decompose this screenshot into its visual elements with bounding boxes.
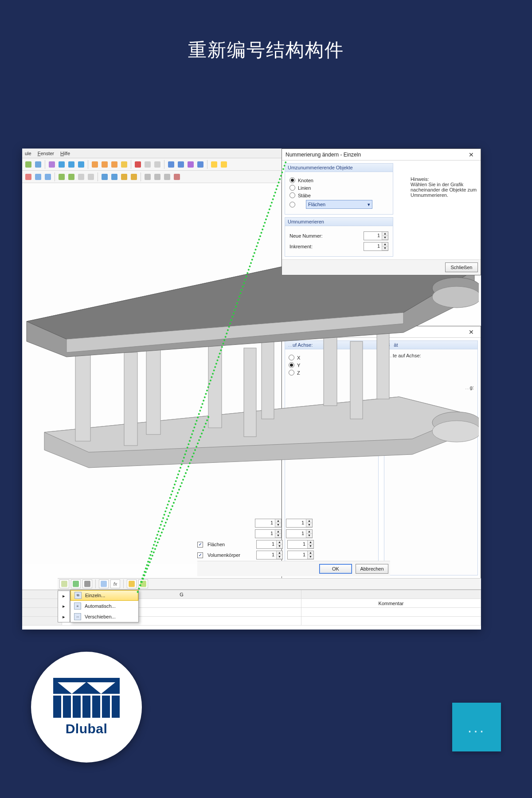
lower-rows-group: 1▲▼ 1▲▼ 1▲▼ 1▲▼ Flächen 1▲▼ 1▲▼ Volumenk… [197,517,344,561]
toolbar-icon[interactable] [77,160,86,169]
radio-knoten[interactable]: Knoten [289,177,388,183]
input-neue-nummer[interactable]: 1▲▼ [364,231,388,240]
toolbar-icon[interactable] [24,160,33,169]
spinner[interactable]: 1▲▼ [287,540,314,549]
chevron-right-icon: ▸ [58,612,70,622]
menu-item-einzeln[interactable]: ⧉ Einzeln... [70,590,138,601]
ok-button[interactable]: OK [319,564,352,574]
toolbar-icon[interactable] [34,160,43,169]
toolbar-separator [164,160,164,169]
radio-y[interactable]: Y [289,362,375,368]
row-blank-1: 1▲▼ 1▲▼ [197,519,344,528]
spinner[interactable]: 1▲▼ [286,529,313,538]
menu-module[interactable]: ule [25,151,31,156]
svg-point-15 [432,286,479,308]
fb-icon[interactable] [59,579,69,588]
toolbar-icon[interactable] [120,160,129,169]
toolbar-icon[interactable] [77,172,86,181]
toolbar-icon[interactable] [176,160,185,169]
chevron-right-icon: ▸ [58,591,70,601]
row-volumenkoerper[interactable]: Volumenkörper 1▲▼ 1▲▼ [197,551,344,559]
toolbar-icon[interactable] [196,160,205,169]
toolbar-icon[interactable] [34,172,43,181]
brand-logo-text: Dlubal [66,721,108,736]
fb-icon[interactable] [71,579,81,588]
radio-z[interactable]: Z [289,370,375,376]
toolbar-icon[interactable] [110,172,119,181]
toolbar-icon[interactable] [43,172,52,181]
spinner[interactable]: 1▲▼ [256,540,283,549]
spinner[interactable]: 1▲▼ [256,551,283,559]
toolbar-icon[interactable] [57,160,66,169]
model-viewport[interactable] [22,183,282,564]
cancel-button[interactable]: Abbrechen [356,564,388,574]
toolbar-icon[interactable] [143,160,152,169]
groupbox-objects-title: Umzunummerierende Objekte [285,164,393,172]
toolbar-icon[interactable] [47,160,56,169]
toolbar-icon[interactable] [167,160,176,169]
spinner[interactable]: 1▲▼ [286,519,313,528]
toolbar-icon[interactable] [67,172,76,181]
close-icon[interactable]: ✕ [465,328,478,336]
toolbar-separator [131,160,131,169]
toolbar-icon[interactable] [172,172,181,181]
more-button[interactable]: ... [452,703,501,751]
spinner[interactable]: 1▲▼ [287,551,314,559]
toolbar-icon[interactable] [110,160,119,169]
toolbar-icon[interactable] [57,172,66,181]
flaechen-dropdown[interactable]: Flächen ▾ [306,200,372,209]
toolbar-icon[interactable] [153,160,162,169]
fx-icon[interactable]: fx [110,579,120,588]
radio-flaechen[interactable]: Flächen ▾ [289,200,388,209]
label-inkrement: Inkrement: [289,244,313,249]
toolbar-separator [45,160,45,169]
toolbar-separator [207,160,207,169]
toolbar-icon[interactable] [133,160,142,169]
toolbar-icon[interactable] [153,172,162,181]
toolbar-icon[interactable] [210,160,219,169]
fb-icon[interactable] [99,579,109,588]
toolbar-separator [95,579,96,588]
toolbar-icon[interactable] [100,172,109,181]
radio-x[interactable]: X [289,355,375,360]
toolbar-icon[interactable] [129,172,138,181]
renumber-single-icon: ⧉ [74,592,82,599]
menu-item-automatisch[interactable]: ≡ Automatisch... [70,601,138,611]
groupbox-renumber-title: Umnummerieren [285,218,393,226]
dialog-renumber-single: Nummerierung ändern - Einzeln ✕ Umzunumm… [282,149,481,275]
row-flaechen[interactable]: Flächen 1▲▼ 1▲▼ [197,540,344,549]
radio-linien[interactable]: Linien [289,185,388,191]
label-neue-nummer: Neue Nummer: [289,233,323,239]
input-inkrement[interactable]: 1▲▼ [364,242,388,251]
toolbar-icon[interactable] [67,160,76,169]
dialog-button-row: OK Abbrechen [197,561,390,576]
toolbar-icon[interactable] [86,172,95,181]
toolbar-separator [55,172,55,181]
menu-help[interactable]: HHilfeilfe [60,151,70,156]
radio-staebe[interactable]: Stäbe [289,192,388,198]
close-icon[interactable]: ✕ [465,150,478,159]
kommentar-header: Kommentar [301,599,481,607]
toolbar-icon[interactable] [90,160,99,169]
page-title: 重新编号结构构件 [0,38,532,63]
fb-icon[interactable] [82,579,92,588]
toolbar-icon[interactable] [120,172,129,181]
spinner[interactable]: 1▲▼ [255,529,282,538]
toolbar-icon[interactable] [143,172,152,181]
svg-point-14 [432,278,479,299]
toolbar-icon[interactable] [219,160,228,169]
spinner[interactable]: 1▲▼ [255,519,282,528]
toolbar-icon[interactable] [186,160,195,169]
schliessen-button[interactable]: Schließen [445,262,478,272]
menu-window[interactable]: FFensterenster [38,151,54,156]
renumber-auto-icon: ≡ [74,602,81,610]
checkbox-icon[interactable] [197,542,203,548]
toolbar-icon[interactable] [163,172,172,181]
fb-icon[interactable] [127,579,137,588]
checkbox-icon[interactable] [197,552,203,558]
toolbar-icon[interactable] [100,160,109,169]
toolbar-icon[interactable] [24,172,33,181]
brand-logo-mark [53,678,120,718]
menu-item-verschieben[interactable]: ↔ Verschieben... [70,611,138,622]
context-submenu-indicator[interactable]: ▸ ▸ ▸ [58,591,70,622]
